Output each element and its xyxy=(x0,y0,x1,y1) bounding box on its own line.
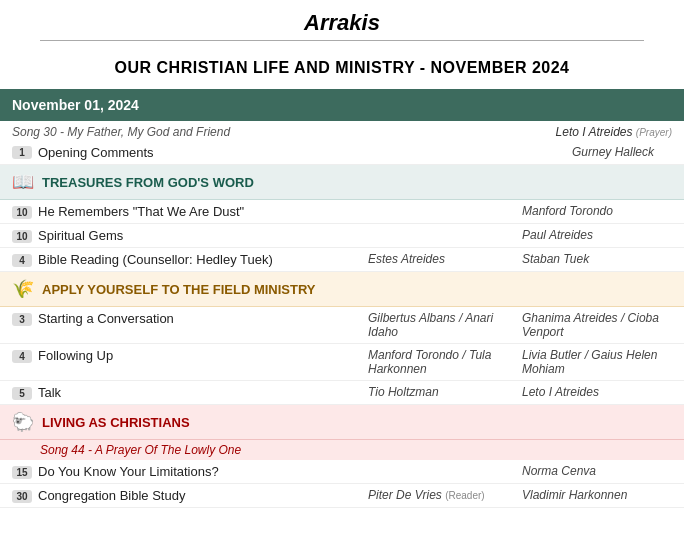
treasures-person1-2: Estes Atreides xyxy=(368,252,518,266)
main-title: OUR CHRISTIAN LIFE AND MINISTRY - NOVEMB… xyxy=(0,51,684,89)
field-person2-2: Leto I Atreides xyxy=(522,385,672,399)
field-person1-1: Manford Torondo / Tula Harkonnen xyxy=(368,348,518,376)
opening-song-assignee: Leto I Atreides (Prayer) xyxy=(556,125,672,139)
field-row-1: 4Following Up Manford Torondo / Tula Har… xyxy=(0,344,684,381)
treasures-label: TREASURES FROM GOD'S WORD xyxy=(42,175,254,190)
christians-icon: 🐑 xyxy=(12,411,34,433)
christians-person1-1: Piter De Vries (Reader) xyxy=(368,488,518,502)
treasures-row-1: 10Spiritual Gems Paul Atreides xyxy=(0,224,684,248)
treasures-topic-1: 10Spiritual Gems xyxy=(12,228,364,243)
field-person1-2: Tio Holtzman xyxy=(368,385,518,399)
app-title: Arrakis xyxy=(0,0,684,40)
treasures-person2-1: Paul Atreides xyxy=(522,228,672,242)
treasures-row-2: 4Bible Reading (Counsellor: Hedley Tuek)… xyxy=(0,248,684,272)
christians-topic-1: 30Congregation Bible Study xyxy=(12,488,364,503)
field-label: APPLY YOURSELF TO THE FIELD MINISTRY xyxy=(42,282,316,297)
title-divider xyxy=(40,40,644,41)
treasures-person2-0: Manford Torondo xyxy=(522,204,672,218)
field-person1-0: Gilbertus Albans / Anari Idaho xyxy=(368,311,518,339)
treasures-topic-0: 10He Remembers "That We Are Dust" xyxy=(12,204,364,219)
treasures-person2-2: Staban Tuek xyxy=(522,252,672,266)
treasures-row-0: 10He Remembers "That We Are Dust" Manfor… xyxy=(0,200,684,224)
opening-comments-badge: 1 xyxy=(12,146,32,159)
field-topic-0: 3Starting a Conversation xyxy=(12,311,364,326)
field-topic-2: 5Talk xyxy=(12,385,364,400)
opening-song-row: Song 30 - My Father, My God and Friend L… xyxy=(0,121,684,141)
christians-row-1: 30Congregation Bible Study Piter De Vrie… xyxy=(0,484,684,508)
field-icon: 🌾 xyxy=(12,278,34,300)
christians-person2-1: Vladimir Harkonnen xyxy=(522,488,672,502)
field-section-header: 🌾 APPLY YOURSELF TO THE FIELD MINISTRY xyxy=(0,272,684,307)
field-row-2: 5Talk Tio Holtzman Leto I Atreides xyxy=(0,381,684,405)
christians-row-0: 15Do You Know Your Limitations? Norma Ce… xyxy=(0,460,684,484)
field-person2-0: Ghanima Atreides / Cioba Venport xyxy=(522,311,672,339)
christians-label: LIVING AS CHRISTIANS xyxy=(42,415,190,430)
field-topic-1: 4Following Up xyxy=(12,348,364,363)
christians-person2-0: Norma Cenva xyxy=(522,464,672,478)
christians-topic-0: 15Do You Know Your Limitations? xyxy=(12,464,364,479)
opening-comments-row: 1 Opening Comments Gurney Halleck xyxy=(0,141,684,165)
field-row-0: 3Starting a Conversation Gilbertus Alban… xyxy=(0,307,684,344)
reader-role: (Reader) xyxy=(445,490,485,501)
opening-comments-topic: Opening Comments xyxy=(38,145,572,160)
opening-song-role: (Prayer) xyxy=(636,127,672,138)
opening-comments-assignee: Gurney Halleck xyxy=(572,145,672,159)
treasures-icon: 📖 xyxy=(12,171,34,193)
christians-section-header: 🐑 LIVING AS CHRISTIANS xyxy=(0,405,684,440)
christians-song-label: Song 44 - A Prayer Of The Lowly One xyxy=(40,443,241,457)
christians-song-row: Song 44 - A Prayer Of The Lowly One xyxy=(0,440,684,460)
treasures-topic-2: 4Bible Reading (Counsellor: Hedley Tuek) xyxy=(12,252,364,267)
opening-song-label: Song 30 - My Father, My God and Friend xyxy=(12,125,230,139)
date-header: November 01, 2024 xyxy=(0,89,684,121)
field-person2-1: Livia Butler / Gaius Helen Mohiam xyxy=(522,348,672,376)
treasures-section-header: 📖 TREASURES FROM GOD'S WORD xyxy=(0,165,684,200)
